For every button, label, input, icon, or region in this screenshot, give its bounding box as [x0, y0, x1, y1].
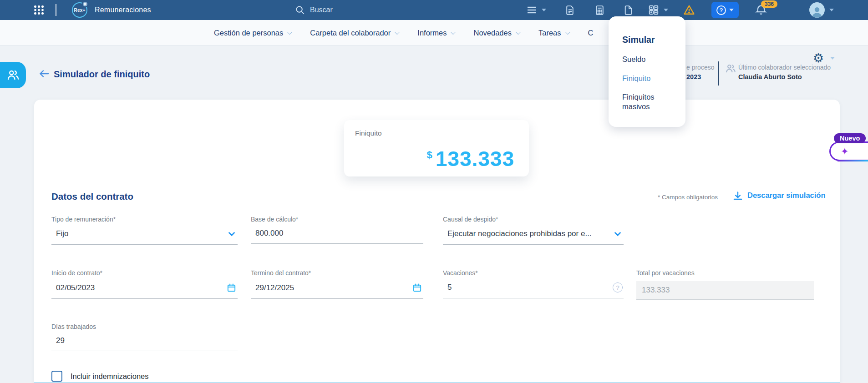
- top-navbar: Rex+ R Remuneraciones Buscar: [0, 0, 868, 20]
- calendar-icon[interactable]: [412, 282, 422, 293]
- field-tipo-de-remuneracion: Tipo de remuneración* Fijo: [51, 216, 238, 245]
- nine-dots-icon: [34, 5, 44, 15]
- currency-symbol: $: [426, 149, 432, 161]
- avatar-menu-caret[interactable]: [829, 0, 834, 20]
- tab-informes[interactable]: Informes: [417, 29, 454, 37]
- field-label: Termino del contrato*: [251, 269, 423, 277]
- nuevo-badge: Nuevo: [834, 133, 866, 143]
- back-button[interactable]: [38, 68, 50, 81]
- tab-novedades[interactable]: Novedades: [473, 29, 519, 37]
- chevron-down-icon: [451, 30, 456, 35]
- field-label: Inicio de contrato*: [51, 269, 238, 277]
- help-tooltip-icon[interactable]: ?: [613, 282, 623, 292]
- sparkle-icon: ✦: [841, 146, 849, 157]
- download-simulation-button[interactable]: [732, 190, 744, 204]
- chevron-down-icon: [227, 229, 237, 239]
- causal-despido-select[interactable]: Ejecutar negociaciones prohibidas por e.…: [443, 229, 624, 245]
- checkbox-label: Incluir indemnizaciones: [71, 372, 149, 381]
- field-causal-de-despido: Causal de despido* Ejecutar negociacione…: [443, 216, 624, 245]
- math-grid-icon: [648, 4, 660, 16]
- menu-item-sueldo[interactable]: Sueldo: [622, 55, 678, 64]
- total-vacaciones-readonly: 133.333: [636, 281, 814, 300]
- chevron-down-icon: [287, 30, 292, 35]
- nuevo-accent-line: [838, 160, 868, 161]
- blank-file-icon: [623, 5, 634, 16]
- finiquito-summary-card: Finiquito $ 133.333: [344, 120, 529, 176]
- field-base-de-calculo: Base de cálculo* 800.000: [251, 216, 423, 244]
- summary-amount: $ 133.333: [426, 148, 514, 169]
- nuevo-feature-tab[interactable]: ✦: [829, 141, 868, 161]
- payroll-lines-menu-button[interactable]: [526, 0, 546, 20]
- document-tool-button[interactable]: [564, 0, 576, 20]
- field-total-por-vacaciones: Total por vacaciones 133.333: [636, 269, 814, 300]
- document-icon: [564, 5, 576, 16]
- back-arrow-icon: [38, 68, 50, 79]
- base-calculo-input[interactable]: 800.000: [251, 229, 423, 244]
- user-avatar[interactable]: [809, 2, 825, 18]
- notification-count-badge: 336: [761, 0, 777, 8]
- tab-carpeta-del-colaborador[interactable]: Carpeta del colaborador: [310, 29, 398, 37]
- field-vacaciones: Vacaciones* 5 ?: [443, 269, 624, 298]
- warning-triangle-icon: [683, 4, 695, 16]
- calculator-icon: [594, 5, 605, 16]
- tab-tareas[interactable]: Tareas: [538, 29, 569, 37]
- collaborator-side-tab[interactable]: [0, 62, 26, 88]
- settings-button[interactable]: ⚙: [813, 45, 824, 71]
- field-value: Fijo: [56, 229, 68, 238]
- people-icon: [6, 68, 20, 82]
- chevron-down-icon: [565, 30, 570, 35]
- calendar-icon[interactable]: [226, 282, 237, 293]
- collaborator-people-icon: [725, 63, 736, 76]
- incluir-indemnizaciones-checkbox[interactable]: [51, 371, 62, 382]
- vacaciones-input[interactable]: 5 ?: [443, 282, 624, 298]
- chevron-down-icon: [516, 30, 521, 35]
- gear-icon: ⚙: [813, 51, 824, 66]
- field-value: 02/05/2023: [56, 283, 95, 292]
- chevron-down-icon: [395, 30, 400, 35]
- field-value: Ejecutar negociaciones prohibidas por e.…: [447, 229, 592, 238]
- field-label: Base de cálculo*: [251, 216, 423, 223]
- search-input[interactable]: Buscar: [295, 0, 333, 20]
- section-title-datos-del-contrato: Datos del contrato: [51, 191, 133, 202]
- termino-contrato-date-input[interactable]: 29/12/2025: [251, 282, 423, 299]
- tab-calculos-partial[interactable]: C: [588, 29, 594, 37]
- field-label: Días trabajados: [51, 323, 238, 330]
- hamburger-icon: [526, 5, 538, 15]
- alerts-button[interactable]: [683, 0, 695, 20]
- app-grid-icon[interactable]: [34, 0, 44, 20]
- process-period-value-fragment: 2023: [686, 73, 701, 81]
- chevron-down-icon: [729, 9, 734, 11]
- field-value: 29: [56, 336, 65, 345]
- field-label: Vacaciones*: [443, 269, 624, 277]
- field-label: Tipo de remuneración*: [51, 216, 238, 223]
- help-button[interactable]: ?: [711, 2, 739, 18]
- tipo-remuneracion-select[interactable]: Fijo: [51, 229, 238, 245]
- download-simulation-link[interactable]: Descargar simulación: [747, 191, 826, 200]
- header-divider: [718, 61, 719, 86]
- question-icon: ?: [716, 5, 726, 15]
- menu-item-finiquito[interactable]: Finiquito: [622, 74, 678, 83]
- field-label: Total por vacaciones: [636, 269, 814, 277]
- field-termino-del-contrato: Termino del contrato* 29/12/2025: [251, 269, 423, 299]
- field-value: 5: [447, 283, 452, 292]
- field-value: 800.000: [255, 229, 283, 238]
- topbar-divider: [56, 0, 56, 20]
- calculator-tool-button[interactable]: [594, 0, 605, 20]
- dropdown-header-simular: Simular: [622, 35, 678, 45]
- chevron-down-icon: [613, 229, 623, 239]
- chevron-down-icon: [664, 9, 668, 11]
- field-label: Causal de despido*: [443, 216, 624, 223]
- field-inicio-de-contrato: Inicio de contrato* 02/05/2023: [51, 269, 238, 299]
- app-title: Remuneraciones: [95, 0, 151, 20]
- amount-value: 133.333: [436, 148, 514, 169]
- required-fields-note: * Campos obligatorios: [658, 194, 718, 201]
- menu-item-finiquitos-masivos[interactable]: Finiquitos masivos: [622, 92, 673, 111]
- module-menubar: Gestión de personas Carpeta del colabora…: [0, 20, 868, 45]
- tab-gestion-de-personas[interactable]: Gestión de personas: [214, 29, 291, 37]
- settings-caret[interactable]: [830, 45, 835, 71]
- rex-logo-icon: Rex+ R: [72, 2, 87, 18]
- brand-logo: Rex+ R: [72, 0, 87, 20]
- dias-trabajados-input[interactable]: 29: [51, 336, 238, 351]
- inicio-contrato-date-input[interactable]: 02/05/2023: [51, 282, 238, 299]
- field-value: 133.333: [642, 286, 670, 295]
